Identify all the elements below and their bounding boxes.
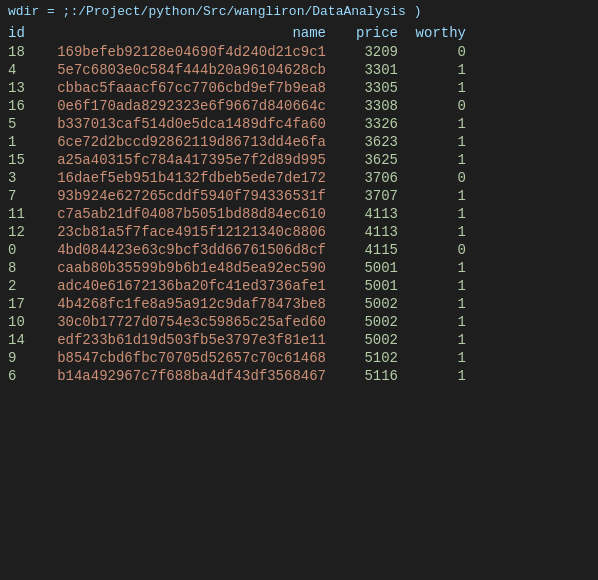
- terminal-window: wdir = ;:/Project/python/Src/wangliron/D…: [0, 0, 598, 385]
- header-worthy: worthy: [406, 25, 466, 41]
- cell-worthy: 1: [406, 260, 466, 276]
- cell-price: 4113: [334, 224, 406, 240]
- cell-name: edf233b61d19d503fb5e3797e3f81e11: [44, 332, 334, 348]
- cell-worthy: 1: [406, 206, 466, 222]
- cell-worthy: 1: [406, 332, 466, 348]
- cell-price: 5001: [334, 260, 406, 276]
- cell-id: 6: [8, 368, 44, 384]
- table-row: 4 5e7c6803e0c584f444b20a96104628cb 3301 …: [0, 61, 598, 79]
- table-row: 16 0e6f170ada8292323e6f9667d840664c 3308…: [0, 97, 598, 115]
- cell-name: 169befeb92128e04690f4d240d21c9c1: [44, 44, 334, 60]
- prompt-text: wdir = ;:/Project/python/Src/wangliron/D…: [8, 4, 421, 19]
- cell-name: 6ce72d2bccd92862119d86713dd4e6fa: [44, 134, 334, 150]
- cell-name: 93b924e627265cddf5940f794336531f: [44, 188, 334, 204]
- header-id: id: [8, 25, 44, 41]
- table-row: 1 6ce72d2bccd92862119d86713dd4e6fa 3623 …: [0, 133, 598, 151]
- cell-id: 11: [8, 206, 44, 222]
- cell-worthy: 1: [406, 350, 466, 366]
- table-row: 14 edf233b61d19d503fb5e3797e3f81e11 5002…: [0, 331, 598, 349]
- cell-id: 8: [8, 260, 44, 276]
- table-row: 3 16daef5eb951b4132fdbeb5ede7de172 3706 …: [0, 169, 598, 187]
- cell-worthy: 1: [406, 224, 466, 240]
- cell-name: b8547cbd6fbc70705d52657c70c61468: [44, 350, 334, 366]
- cell-id: 15: [8, 152, 44, 168]
- cell-name: a25a40315fc784a417395e7f2d89d995: [44, 152, 334, 168]
- table-row: 17 4b4268fc1fe8a95a912c9daf78473be8 5002…: [0, 295, 598, 313]
- table-row: 11 c7a5ab21df04087b5051bd88d84ec610 4113…: [0, 205, 598, 223]
- cell-price: 5002: [334, 296, 406, 312]
- cell-id: 16: [8, 98, 44, 114]
- cell-worthy: 0: [406, 98, 466, 114]
- cell-name: 16daef5eb951b4132fdbeb5ede7de172: [44, 170, 334, 186]
- cell-worthy: 1: [406, 368, 466, 384]
- cell-id: 4: [8, 62, 44, 78]
- cell-price: 5102: [334, 350, 406, 366]
- cell-price: 5002: [334, 314, 406, 330]
- cell-worthy: 1: [406, 152, 466, 168]
- cell-worthy: 1: [406, 116, 466, 132]
- cell-id: 3: [8, 170, 44, 186]
- cell-worthy: 1: [406, 296, 466, 312]
- cell-id: 14: [8, 332, 44, 348]
- cell-id: 1: [8, 134, 44, 150]
- cell-price: 3707: [334, 188, 406, 204]
- table-row: 6 b14a492967c7f688ba4df43df3568467 5116 …: [0, 367, 598, 385]
- cell-price: 3625: [334, 152, 406, 168]
- cell-id: 0: [8, 242, 44, 258]
- cell-name: 0e6f170ada8292323e6f9667d840664c: [44, 98, 334, 114]
- cell-name: 30c0b17727d0754e3c59865c25afed60: [44, 314, 334, 330]
- cell-price: 3209: [334, 44, 406, 60]
- cell-name: caab80b35599b9b6b1e48d5ea92ec590: [44, 260, 334, 276]
- table-row: 8 caab80b35599b9b6b1e48d5ea92ec590 5001 …: [0, 259, 598, 277]
- cell-worthy: 1: [406, 188, 466, 204]
- cell-price: 5001: [334, 278, 406, 294]
- cell-price: 3326: [334, 116, 406, 132]
- table-row: 10 30c0b17727d0754e3c59865c25afed60 5002…: [0, 313, 598, 331]
- cell-worthy: 1: [406, 134, 466, 150]
- table-row: 7 93b924e627265cddf5940f794336531f 3707 …: [0, 187, 598, 205]
- cell-id: 13: [8, 80, 44, 96]
- cell-id: 10: [8, 314, 44, 330]
- cell-worthy: 1: [406, 80, 466, 96]
- cell-id: 12: [8, 224, 44, 240]
- table-body: 18 169befeb92128e04690f4d240d21c9c1 3209…: [0, 43, 598, 385]
- cell-price: 4115: [334, 242, 406, 258]
- cell-price: 3623: [334, 134, 406, 150]
- cell-price: 4113: [334, 206, 406, 222]
- cell-price: 3706: [334, 170, 406, 186]
- cell-id: 17: [8, 296, 44, 312]
- cell-worthy: 1: [406, 278, 466, 294]
- header-price: price: [334, 25, 406, 41]
- table-row: 2 adc40e61672136ba20fc41ed3736afe1 5001 …: [0, 277, 598, 295]
- cell-name: adc40e61672136ba20fc41ed3736afe1: [44, 278, 334, 294]
- cell-worthy: 0: [406, 170, 466, 186]
- cell-name: b337013caf514d0e5dca1489dfc4fa60: [44, 116, 334, 132]
- table-row: 5 b337013caf514d0e5dca1489dfc4fa60 3326 …: [0, 115, 598, 133]
- cell-name: b14a492967c7f688ba4df43df3568467: [44, 368, 334, 384]
- cell-name: c7a5ab21df04087b5051bd88d84ec610: [44, 206, 334, 222]
- cell-worthy: 0: [406, 44, 466, 60]
- cell-price: 5116: [334, 368, 406, 384]
- cell-price: 5002: [334, 332, 406, 348]
- cell-name: 5e7c6803e0c584f444b20a96104628cb: [44, 62, 334, 78]
- table-row: 18 169befeb92128e04690f4d240d21c9c1 3209…: [0, 43, 598, 61]
- cell-name: 4b4268fc1fe8a95a912c9daf78473be8: [44, 296, 334, 312]
- cell-price: 3308: [334, 98, 406, 114]
- cell-name: 4bd084423e63c9bcf3dd66761506d8cf: [44, 242, 334, 258]
- cell-id: 7: [8, 188, 44, 204]
- table-row: 0 4bd084423e63c9bcf3dd66761506d8cf 4115 …: [0, 241, 598, 259]
- cell-id: 9: [8, 350, 44, 366]
- cell-id: 5: [8, 116, 44, 132]
- cell-id: 18: [8, 44, 44, 60]
- table-row: 15 a25a40315fc784a417395e7f2d89d995 3625…: [0, 151, 598, 169]
- table-row: 9 b8547cbd6fbc70705d52657c70c61468 5102 …: [0, 349, 598, 367]
- cell-name: 23cb81a5f7face4915f12121340c8806: [44, 224, 334, 240]
- cell-worthy: 0: [406, 242, 466, 258]
- cell-price: 3305: [334, 80, 406, 96]
- header-name: name: [44, 25, 334, 41]
- path-line: wdir = ;:/Project/python/Src/wangliron/D…: [0, 0, 598, 21]
- cell-worthy: 1: [406, 62, 466, 78]
- table-row: 12 23cb81a5f7face4915f12121340c8806 4113…: [0, 223, 598, 241]
- cell-id: 2: [8, 278, 44, 294]
- cell-worthy: 1: [406, 314, 466, 330]
